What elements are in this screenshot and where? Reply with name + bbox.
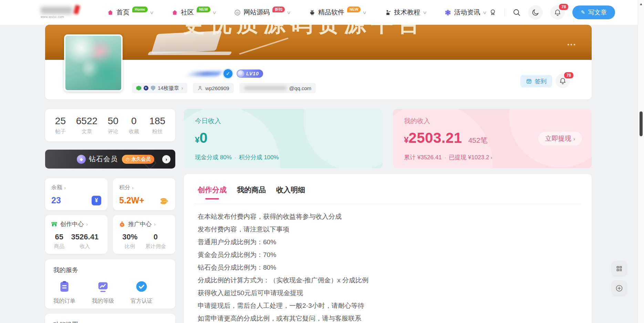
creation-center-card[interactable]: 创作中心 › 65 商品 3526.41 收入 <box>45 215 107 254</box>
email-suffix-label: @qq.com <box>289 85 311 91</box>
checkin-label: 签到 <box>535 77 547 85</box>
service-my-orders[interactable]: 我的订单 <box>53 280 75 305</box>
username-row: ✓ LV10 <box>186 69 263 78</box>
settings-title: 功能设置 <box>53 321 167 323</box>
page-content: 更优质源码资源平台 ••• ✓ LV10 14枚徽章 › wp260909 <box>45 25 592 323</box>
activity-icon <box>444 9 451 16</box>
rule-line: 申请提现后，需后台人工处理，一般2-3小时，请耐心等待 <box>198 299 578 312</box>
level-medal-icon <box>237 70 244 77</box>
nav-item-software[interactable]: 精品软件 NEW ∨ <box>309 8 366 17</box>
community-badge: NEW <box>197 7 210 12</box>
withdrawn-link[interactable]: 已提现 ¥1023.2› <box>449 153 492 161</box>
balance-label: 余额 <box>51 184 62 191</box>
rule-line: 钻石会员分成比例为：80% <box>198 261 578 274</box>
profile-banner[interactable]: 更优质源码资源平台 ••• <box>45 25 592 60</box>
my-services-title: 我的服务 <box>53 266 167 274</box>
search-icon[interactable] <box>512 8 521 17</box>
vip-membership-card[interactable]: ◆ 钻石会员 ◷永久会员 ◇ › <box>45 150 175 169</box>
nav-item-tutorials[interactable]: 技术教程 ∨ <box>384 8 427 17</box>
withdraw-label: 立即提现 <box>545 134 571 143</box>
stat-articles[interactable]: 6522 文章 <box>76 116 97 135</box>
verified-icon: ✓ <box>224 69 232 78</box>
content-tabs: 创作分成 我的商品 收入明细 <box>198 185 578 195</box>
main-grid: 25 帖子 6522 文章 50 评论 0 收藏 185 粉丝 <box>45 109 592 323</box>
stat-label: 累计佣金 <box>145 243 166 250</box>
user-avatar[interactable] <box>64 34 123 91</box>
withdraw-button[interactable]: 立即提现 › <box>538 132 582 146</box>
level-label: LV10 <box>246 71 259 76</box>
stat-label: 评论 <box>108 128 118 135</box>
points-card[interactable]: 积分› 5.2W+ <box>113 178 175 210</box>
service-my-level[interactable]: 我的等级 <box>92 280 114 305</box>
chevron-down-icon: ∨ <box>363 10 367 15</box>
notifications-button[interactable]: 78 <box>550 5 565 20</box>
nav-item-community[interactable]: 社区 NEW ∨ <box>171 8 216 17</box>
stat-favorites[interactable]: 0 收藏 <box>129 116 139 135</box>
notification-count-badge: 78 <box>558 3 569 11</box>
stat-value: 65 <box>54 233 64 241</box>
username-pill[interactable]: wp260909 <box>193 83 233 93</box>
tab-creation-share[interactable]: 创作分成 <box>198 185 227 195</box>
profile-notification-count-badge: 78 <box>563 72 574 79</box>
add-button[interactable] <box>611 280 627 296</box>
badge-hex-icon <box>136 86 141 90</box>
email-pill[interactable]: @qq.com <box>239 83 316 93</box>
stat-followers[interactable]: 185 粉丝 <box>149 116 165 135</box>
logo-caption: www.wuiui.com <box>41 15 98 19</box>
nav-item-source-code[interactable]: 码 网站源码 折扣 ∨ <box>234 8 291 17</box>
currency-symbol: ¥ <box>195 135 199 145</box>
write-article-button[interactable]: ✎ 写文章 <box>572 6 615 19</box>
logo-image-blurred <box>41 7 72 14</box>
tab-income-details[interactable]: 收入明细 <box>276 185 305 195</box>
user-stats-card: 25 帖子 6522 文章 50 评论 0 收藏 185 粉丝 <box>45 109 175 141</box>
chevron-right-icon: › <box>64 185 66 191</box>
service-official-verification[interactable]: 官方认证 <box>131 280 153 305</box>
teacher-icon <box>384 9 392 16</box>
nav-item-label: 活动资讯 <box>454 8 480 17</box>
tab-my-products[interactable]: 我的商品 <box>237 185 266 195</box>
content-card: 创作分成 我的商品 收入明细 在本站发布付费内容，获得的收益将参与收入分成 发布… <box>184 174 592 323</box>
points-value: 5.2W+ <box>119 195 144 205</box>
profile-notifications-button[interactable]: 78 <box>555 74 570 88</box>
promotion-center-card[interactable]: ¥ 推广中心 › 30% 比例 0 累计佣金 <box>113 215 175 254</box>
coins-icon <box>159 196 169 205</box>
source-code-icon: 码 <box>234 9 241 16</box>
promotion-center-title: 推广中心 <box>128 220 152 228</box>
stat-value: 6522 <box>76 116 97 127</box>
email-blurred <box>244 86 287 90</box>
nav-item-home[interactable]: 首页 Home ∨ <box>107 8 153 17</box>
level-monitor-icon <box>96 280 110 293</box>
badges-pill[interactable]: 14枚徽章 › <box>132 83 187 93</box>
nav-item-label: 首页 <box>116 8 129 17</box>
qr-code-button[interactable] <box>611 261 627 277</box>
banner-laptop-base <box>147 52 232 55</box>
nav-menu: 首页 Home ∨ 社区 NEW ∨ 码 网站源码 折扣 ∨ 精品软件 NEW … <box>107 8 487 17</box>
dark-mode-button[interactable] <box>528 5 543 20</box>
logo-red-mark <box>73 4 80 14</box>
rule-line: 获得收入超过50元后可申请现金提现 <box>198 287 578 299</box>
stat-comments[interactable]: 50 评论 <box>108 116 118 135</box>
creation-center-title: 创作中心 <box>60 220 84 228</box>
scrollbar-thumb[interactable] <box>640 111 643 136</box>
level-badge[interactable]: LV10 <box>237 69 263 78</box>
rule-line: 普通用户分成比例为：60% <box>198 236 578 248</box>
nav-item-activities[interactable]: 活动资讯 ∨ <box>444 8 487 17</box>
balance-card[interactable]: 余额› 23 ¥ <box>45 178 107 210</box>
clock-icon: ◷ <box>126 157 129 162</box>
banner-laptop-illustration <box>151 31 222 54</box>
moon-icon <box>532 9 539 16</box>
settings-card: 功能设置 <box>45 314 175 323</box>
page-scrollbar[interactable]: ▲ <box>638 0 644 323</box>
checkin-button[interactable]: 签到 <box>520 75 552 87</box>
community-icon <box>171 9 178 16</box>
medal-icon[interactable] <box>489 8 497 17</box>
rule-line: 发布付费内容，请注意以下事项 <box>198 223 578 236</box>
scroll-up-arrow-icon[interactable]: ▲ <box>638 2 644 6</box>
site-logo[interactable]: www.wuiui.com <box>41 7 98 19</box>
banner-more-icon[interactable]: ••• <box>567 41 577 48</box>
stat-posts[interactable]: 25 帖子 <box>55 116 66 135</box>
divider <box>505 8 505 17</box>
points-share-note: 积分分成 100% <box>239 153 279 161</box>
diamond-icon: ◆ <box>77 155 86 164</box>
my-income-card: 我的收入 ¥ 2503.21 452笔 立即提现 › 累计 ¥3526.41 <box>393 109 592 168</box>
